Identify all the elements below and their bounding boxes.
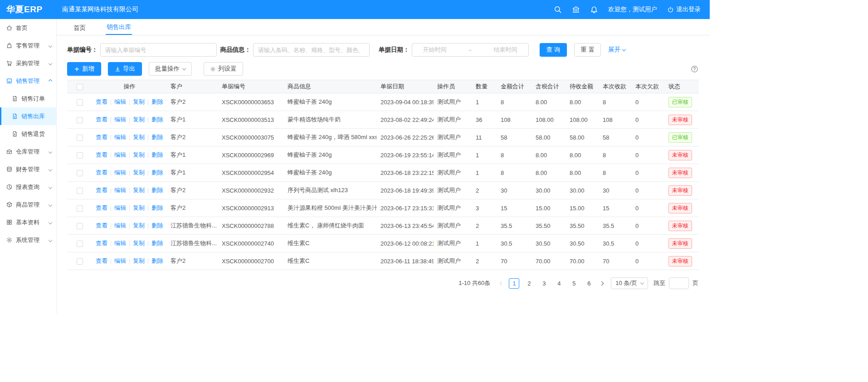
row-checkbox[interactable] <box>77 117 83 123</box>
row-checkbox[interactable] <box>77 99 83 106</box>
row-action-copy[interactable]: 复制 <box>133 222 145 229</box>
row-action-view[interactable]: 查看 <box>96 151 107 158</box>
row-checkbox[interactable] <box>77 152 83 159</box>
row-action-delete[interactable]: 删除 <box>151 257 163 264</box>
doc-no-input[interactable] <box>100 43 217 57</box>
row-checkbox[interactable] <box>77 258 83 265</box>
sidebar-item-retail[interactable]: 零售管理 <box>0 37 56 54</box>
row-action-view[interactable]: 查看 <box>96 257 107 264</box>
row-action-copy[interactable]: 复制 <box>133 116 145 123</box>
row-action-delete[interactable]: 删除 <box>151 204 163 211</box>
page-size-select[interactable]: 10 条/页 <box>611 277 648 289</box>
sidebar-item-label: 销售管理 <box>16 77 39 85</box>
expand-link[interactable]: 展开 <box>608 46 625 54</box>
reset-button[interactable]: 重 置 <box>574 43 601 57</box>
row-action-edit[interactable]: 编辑 <box>114 257 126 264</box>
row-checkbox[interactable] <box>77 135 83 141</box>
page-number-6[interactable]: 6 <box>584 278 594 289</box>
action-separator <box>148 206 148 211</box>
page-number-5[interactable]: 5 <box>569 278 579 289</box>
jump-to-input[interactable] <box>669 277 689 289</box>
row-action-delete[interactable]: 删除 <box>151 98 163 105</box>
row-action-delete[interactable]: 删除 <box>151 134 163 140</box>
row-action-view[interactable]: 查看 <box>96 240 107 247</box>
row-action-edit[interactable]: 编辑 <box>114 204 126 211</box>
date-range-input[interactable]: 开始时间 ~ 结束时间 <box>412 43 529 57</box>
help-icon[interactable] <box>691 65 698 73</box>
bank-icon[interactable] <box>572 5 580 14</box>
page-number-3[interactable]: 3 <box>539 278 549 289</box>
row-action-copy[interactable]: 复制 <box>133 187 145 193</box>
row-action-delete[interactable]: 删除 <box>151 169 163 176</box>
row-action-edit[interactable]: 编辑 <box>114 116 126 123</box>
sidebar-item-sales-outbound[interactable]: 销售出库 <box>0 107 56 125</box>
sidebar-item-sales-return[interactable]: 销售退货 <box>0 125 56 143</box>
sidebar-item-products[interactable]: 商品管理 <box>0 196 56 213</box>
row-action-view[interactable]: 查看 <box>96 169 107 176</box>
row-checkbox[interactable] <box>77 241 83 247</box>
row-checkbox[interactable] <box>77 170 83 176</box>
row-action-view[interactable]: 查看 <box>96 204 107 211</box>
page-number-2[interactable]: 2 <box>524 278 534 289</box>
sidebar-item-sales[interactable]: 销售管理 <box>0 72 56 90</box>
row-action-edit[interactable]: 编辑 <box>114 240 126 247</box>
row-action-view[interactable]: 查看 <box>96 116 107 123</box>
sidebar-item-system[interactable]: 系统管理 <box>0 231 56 249</box>
add-button[interactable]: 新增 <box>67 62 101 76</box>
page-number-1[interactable]: 1 <box>509 278 519 289</box>
row-action-view[interactable]: 查看 <box>96 222 107 229</box>
row-checkbox[interactable] <box>77 223 83 229</box>
column-settings-button[interactable]: 列设置 <box>204 62 243 76</box>
select-all-checkbox[interactable] <box>77 84 83 90</box>
row-action-edit[interactable]: 编辑 <box>114 169 126 176</box>
row-action-delete[interactable]: 删除 <box>151 222 163 229</box>
sidebar-item-basic-data[interactable]: 基本资料 <box>0 213 56 231</box>
batch-operations-button[interactable]: 批量操作 <box>149 62 192 76</box>
action-separator <box>111 170 111 176</box>
sidebar-item-purchase[interactable]: 采购管理 <box>0 54 56 72</box>
row-action-view[interactable]: 查看 <box>96 98 107 105</box>
product-info-input[interactable] <box>253 43 370 57</box>
logout-button[interactable]: 退出登录 <box>667 5 701 14</box>
cell-pending: 8.00 <box>566 164 599 182</box>
row-action-delete[interactable]: 删除 <box>151 116 163 123</box>
row-action-delete[interactable]: 删除 <box>151 187 163 193</box>
sidebar-item-finance[interactable]: 财务管理 <box>0 160 56 178</box>
bell-icon[interactable] <box>590 5 598 14</box>
sidebar-item-home[interactable]: 首页 <box>0 19 56 37</box>
sidebar-item-label: 采购管理 <box>16 59 39 68</box>
row-action-copy[interactable]: 复制 <box>133 98 145 105</box>
page-number-4[interactable]: 4 <box>554 278 564 289</box>
search-button[interactable]: 查 询 <box>540 43 567 57</box>
search-icon[interactable] <box>554 5 562 14</box>
row-action-view[interactable]: 查看 <box>96 187 107 193</box>
sidebar-item-warehouse[interactable]: 仓库管理 <box>0 143 56 160</box>
sidebar-item-reports[interactable]: 报表查询 <box>0 178 56 196</box>
row-checkbox[interactable] <box>77 205 83 212</box>
sidebar-item-sales-order[interactable]: 销售订单 <box>0 90 56 107</box>
tab-sales-outbound[interactable]: 销售出库 <box>106 20 132 35</box>
next-page-button[interactable] <box>596 278 606 289</box>
row-action-copy[interactable]: 复制 <box>133 134 145 140</box>
status-badge: 未审核 <box>668 115 692 125</box>
row-action-copy[interactable]: 复制 <box>133 257 145 264</box>
row-action-edit[interactable]: 编辑 <box>114 187 126 193</box>
row-action-copy[interactable]: 复制 <box>133 151 145 158</box>
row-action-copy[interactable]: 复制 <box>133 240 145 247</box>
row-checkbox[interactable] <box>77 188 83 194</box>
sidebar: 首页 零售管理 采购管理 销售管理 销售订单 销售出库 销售退货 <box>0 19 57 314</box>
status-badge: 未审核 <box>668 150 692 160</box>
cell-doc_no: XSCK00000002740 <box>218 235 284 252</box>
row-action-edit[interactable]: 编辑 <box>114 151 126 158</box>
row-action-edit[interactable]: 编辑 <box>114 134 126 140</box>
row-action-copy[interactable]: 复制 <box>133 204 145 211</box>
row-action-delete[interactable]: 删除 <box>151 151 163 158</box>
export-button[interactable]: 导出 <box>108 62 142 76</box>
row-action-view[interactable]: 查看 <box>96 134 107 140</box>
prev-page-button[interactable] <box>497 278 507 289</box>
row-action-delete[interactable]: 删除 <box>151 240 163 247</box>
row-action-edit[interactable]: 编辑 <box>114 98 126 105</box>
row-action-edit[interactable]: 编辑 <box>114 222 126 229</box>
row-action-copy[interactable]: 复制 <box>133 169 145 176</box>
tab-home[interactable]: 首页 <box>73 21 87 35</box>
